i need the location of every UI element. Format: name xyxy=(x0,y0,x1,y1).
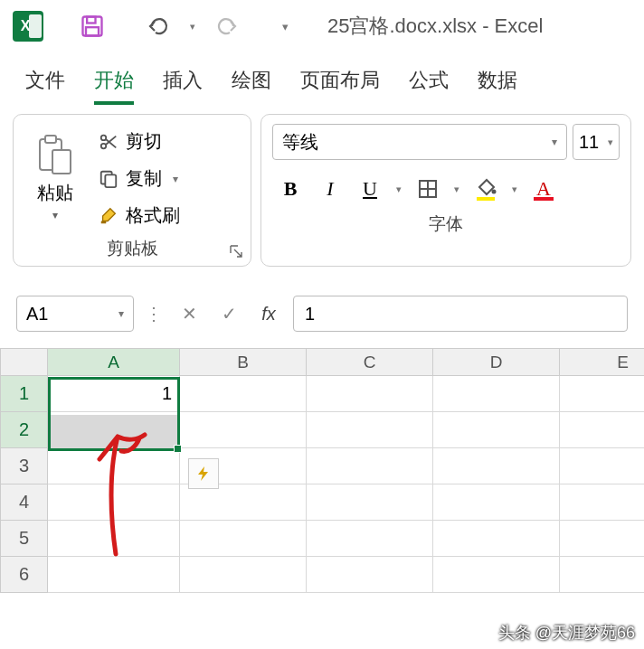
separator: ⋮ xyxy=(143,303,165,324)
save-button[interactable] xyxy=(74,8,110,44)
cell-C4[interactable] xyxy=(307,484,433,521)
tab-page-layout[interactable]: 页面布局 xyxy=(300,67,380,105)
font-name-select[interactable]: 等线 ▾ xyxy=(272,124,567,160)
cell-E3[interactable] xyxy=(560,448,645,484)
formula-bar: A1 ▾ ⋮ ✕ ✓ fx 1 xyxy=(0,270,644,341)
borders-icon xyxy=(417,178,439,200)
select-all-corner[interactable] xyxy=(1,349,48,376)
tab-formulas[interactable]: 公式 xyxy=(409,67,449,105)
cancel-formula-button[interactable]: ✕ xyxy=(174,298,204,329)
borders-dropdown[interactable]: ▾ xyxy=(450,171,464,207)
svg-rect-1 xyxy=(87,17,95,24)
format-painter-button[interactable]: 格式刷 xyxy=(93,200,185,231)
cell-D1[interactable] xyxy=(433,376,560,412)
underline-dropdown[interactable]: ▾ xyxy=(392,171,406,207)
cell-D5[interactable] xyxy=(433,521,560,557)
cell-B2[interactable] xyxy=(180,412,307,448)
cell-B1[interactable] xyxy=(180,376,307,412)
tab-insert[interactable]: 插入 xyxy=(163,67,203,105)
lightning-icon xyxy=(194,465,213,483)
borders-button[interactable] xyxy=(410,171,446,207)
row-header-1[interactable]: 1 xyxy=(1,376,48,412)
undo-button[interactable] xyxy=(141,8,177,44)
redo-button[interactable] xyxy=(208,8,244,44)
copy-icon xyxy=(99,169,118,189)
qat-customize-dropdown[interactable]: ▾ xyxy=(275,8,295,44)
cell-E6[interactable] xyxy=(560,557,645,593)
tab-file[interactable]: 文件 xyxy=(25,67,65,105)
clipboard-group-title: 剪贴板 xyxy=(24,231,240,262)
cell-E5[interactable] xyxy=(560,521,645,557)
tab-data[interactable]: 数据 xyxy=(478,67,517,105)
paste-button[interactable]: 粘贴 ▾ xyxy=(24,124,86,231)
col-header-B[interactable]: B xyxy=(180,349,307,376)
font-name-value: 等线 xyxy=(282,130,318,155)
bold-button[interactable]: B xyxy=(272,171,308,207)
svg-point-7 xyxy=(101,143,107,148)
svg-rect-2 xyxy=(86,27,99,35)
redo-icon xyxy=(213,15,239,37)
bucket-icon xyxy=(474,176,497,202)
cell-C3[interactable] xyxy=(307,448,433,484)
paste-icon xyxy=(36,134,74,177)
cell-A1[interactable]: 1 xyxy=(48,376,180,412)
chevron-down-icon: ▾ xyxy=(118,307,124,320)
copy-button[interactable]: 复制 ▾ xyxy=(93,163,185,194)
clipboard-dialog-launcher[interactable] xyxy=(229,244,245,260)
row-header-2[interactable]: 2 xyxy=(1,412,48,448)
tab-home[interactable]: 开始 xyxy=(94,67,134,105)
col-header-A[interactable]: A xyxy=(48,349,180,376)
cell-B4[interactable] xyxy=(180,484,307,521)
cell-B5[interactable] xyxy=(180,521,307,557)
brush-icon xyxy=(99,206,118,226)
cell-D3[interactable] xyxy=(433,448,560,484)
font-size-select[interactable]: 11 ▾ xyxy=(573,124,620,160)
col-header-D[interactable]: D xyxy=(433,349,560,376)
autofill-options-button[interactable] xyxy=(188,458,219,489)
fill-color-dropdown[interactable]: ▾ xyxy=(507,171,522,207)
watermark: 头条 @天涯梦苑66 xyxy=(498,622,635,644)
cell-A3[interactable] xyxy=(48,448,180,484)
svg-rect-11 xyxy=(105,174,116,187)
cell-E2[interactable] xyxy=(560,412,645,448)
col-header-E[interactable]: E xyxy=(560,349,645,376)
ribbon: 粘贴 ▾ 剪切 复制 ▾ 格式刷 剪贴板 xyxy=(0,105,644,270)
formula-input[interactable]: 1 xyxy=(293,296,628,332)
name-box[interactable]: A1 ▾ xyxy=(16,296,134,332)
formula-value: 1 xyxy=(305,304,315,324)
group-font: 等线 ▾ 11 ▾ B I U ▾ ▾ ▾ A xyxy=(260,114,631,267)
cell-C6[interactable] xyxy=(307,557,433,593)
cell-C1[interactable] xyxy=(307,376,433,412)
font-group-title: 字体 xyxy=(272,207,620,238)
cell-A6[interactable] xyxy=(48,557,180,593)
cell-A2[interactable]: 2 xyxy=(48,412,180,448)
enter-formula-button[interactable]: ✓ xyxy=(213,298,244,329)
cell-D6[interactable] xyxy=(433,557,560,593)
cell-E1[interactable] xyxy=(560,376,645,412)
insert-function-button[interactable]: fx xyxy=(253,298,284,329)
chevron-down-icon: ▾ xyxy=(52,209,58,221)
undo-dropdown[interactable]: ▾ xyxy=(185,8,201,44)
row-header-5[interactable]: 5 xyxy=(1,521,48,557)
cell-B6[interactable] xyxy=(180,557,307,593)
fill-color-button[interactable] xyxy=(468,171,504,207)
italic-button[interactable]: I xyxy=(312,171,348,207)
cell-C2[interactable] xyxy=(307,412,433,448)
paste-label: 粘贴 xyxy=(37,181,73,205)
row-header-6[interactable]: 6 xyxy=(1,557,48,593)
cut-button[interactable]: 剪切 xyxy=(93,126,185,157)
svg-rect-5 xyxy=(52,150,71,174)
underline-button[interactable]: U xyxy=(352,171,388,207)
cell-A5[interactable] xyxy=(48,521,180,557)
font-color-button[interactable]: A xyxy=(526,171,562,207)
cell-A4[interactable] xyxy=(48,484,180,521)
cell-C5[interactable] xyxy=(307,521,433,557)
row-header-4[interactable]: 4 xyxy=(1,484,48,521)
row-header-3[interactable]: 3 xyxy=(1,448,48,484)
tab-draw[interactable]: 绘图 xyxy=(232,67,271,105)
copy-label: 复制 xyxy=(126,166,162,191)
col-header-C[interactable]: C xyxy=(307,349,433,376)
cell-D4[interactable] xyxy=(433,484,560,521)
cell-D2[interactable] xyxy=(433,412,560,448)
cell-E4[interactable] xyxy=(560,484,645,521)
